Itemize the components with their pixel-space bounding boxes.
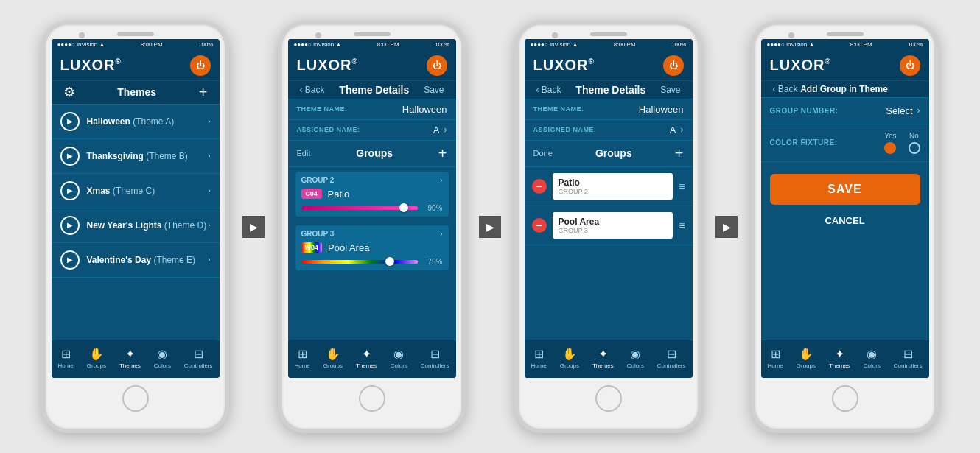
status-bar-4: ●●●●○ InVision ▲ 8:00 PM 100% — [761, 39, 929, 51]
nav-colors-2[interactable]: ◉Colors — [391, 347, 407, 369]
bottom-nav-4: ⊞Home ✋Groups ✦Themes ◉Colors ⊟Controlle… — [761, 340, 929, 378]
nav-groups-3[interactable]: ✋Groups — [560, 347, 579, 369]
back-button-3[interactable]: ‹ Back — [536, 85, 561, 95]
phone-camera-4 — [788, 32, 794, 38]
add-theme-button-1[interactable]: + — [199, 84, 208, 101]
theme-item-newyear[interactable]: ▶ New Year's Lights (Theme D) › — [52, 208, 220, 243]
home-button-3[interactable] — [595, 385, 622, 412]
group-primary-patio: Patio — [559, 178, 668, 188]
cancel-button-4[interactable]: CANCEL — [770, 211, 920, 231]
bottom-nav-2: ⊞Home ✋Groups ✦Themes ◉Colors ⊟Controlle… — [288, 340, 456, 378]
group-number-row[interactable]: GROUP NUMBER: Select › — [761, 98, 929, 124]
phone-top-1 — [46, 25, 225, 39]
nav-home-4[interactable]: ⊞Home — [767, 347, 783, 369]
save-button-3[interactable]: Save — [660, 85, 680, 95]
theme-item-xmas[interactable]: ▶ Xmas (Theme C) › — [52, 174, 220, 208]
status-bar-2: ●●●●○ InVision ▲ 8:00 PM 100% — [288, 39, 456, 51]
nav-colors-1[interactable]: ◉ Colors — [154, 347, 171, 369]
play-button-newyear[interactable]: ▶ — [60, 216, 80, 235]
nav-controllers-2[interactable]: ⊟Controllers — [421, 347, 449, 369]
home-button-4[interactable] — [832, 385, 858, 412]
group-chevron-2-2[interactable]: › — [440, 230, 442, 238]
home-button-2[interactable] — [359, 385, 385, 412]
nav-themes-3[interactable]: ✦Themes — [592, 347, 614, 369]
theme-item-thanksgiving[interactable]: ▶ Thanksgiving (Theme B) › — [52, 139, 220, 174]
reorder-icon-pool[interactable]: ≡ — [679, 220, 685, 231]
group-number-chevron: › — [917, 105, 920, 116]
assigned-name-field-2[interactable]: ASSIGNED NAME: A › — [288, 120, 456, 141]
nav-controllers-3[interactable]: ⊟Controllers — [657, 347, 686, 369]
chevron-icon-valentine: › — [208, 256, 210, 264]
back-button-4[interactable]: ‹ Back — [773, 84, 798, 94]
play-button-valentine[interactable]: ▶ — [60, 250, 80, 270]
delete-button-patio[interactable]: − — [532, 179, 547, 194]
theme-details-2: THEME NAME: Halloween ASSIGNED NAME: A ›… — [288, 99, 456, 340]
theme-item-halloween[interactable]: ▶ Halloween (Theme A) › — [52, 105, 220, 139]
group-number-label: GROUP NUMBER: — [770, 107, 839, 115]
app-logo-3: LUXOR® — [533, 57, 595, 74]
nav-groups-2[interactable]: ✋Groups — [323, 347, 343, 369]
save-button-4[interactable]: SAVE — [770, 174, 920, 205]
radio-no[interactable]: No — [909, 132, 920, 154]
save-button-2[interactable]: Save — [424, 85, 444, 95]
nav-themes-2[interactable]: ✦Themes — [356, 347, 377, 369]
play-button-xmas[interactable]: ▶ — [60, 181, 80, 200]
radio-no-circle[interactable] — [909, 142, 920, 154]
slider-track-2-2[interactable] — [301, 260, 418, 264]
slider-track-2-1[interactable] — [301, 206, 418, 210]
assigned-name-value-2: A › — [433, 124, 447, 136]
phone-3: ●●●●○ InVision ▲ 8:00 PM 100% LUXOR® ⏻ ‹… — [514, 21, 702, 433]
done-button-3[interactable]: Done — [533, 149, 553, 158]
delete-button-pool[interactable]: − — [532, 218, 547, 233]
nav-groups-4[interactable]: ✋Groups — [797, 347, 816, 369]
status-right-1: 100% — [198, 41, 213, 48]
phone-bottom-2 — [282, 378, 461, 418]
add-group-button-3[interactable]: + — [675, 145, 684, 162]
home-button-1[interactable] — [122, 385, 149, 412]
phone-top-2 — [282, 25, 461, 39]
phone-bottom-1 — [46, 378, 225, 418]
theme-name-label-2: THEME NAME: — [297, 105, 348, 113]
power-button-1[interactable]: ⏻ — [190, 55, 211, 76]
colors-icon-1: ◉ — [157, 347, 167, 361]
app-header-1: LUXOR® ⏻ — [52, 51, 220, 81]
play-button-thanksgiving[interactable]: ▶ — [60, 147, 80, 166]
power-button-4[interactable]: ⏻ — [900, 55, 920, 76]
edit-button-2[interactable]: Edit — [297, 149, 311, 158]
nav-controllers-4[interactable]: ⊟Controllers — [894, 347, 923, 369]
nav-themes-4[interactable]: ✦Themes — [829, 347, 850, 369]
phone-top-4 — [755, 25, 934, 39]
phone-1: ●●●●○ InVision ▲ 8:00 PM 100% LUXOR® ⏻ ⚙… — [41, 21, 229, 433]
nav-groups-1[interactable]: ✋ Groups — [87, 347, 106, 369]
bottom-nav-1: ⊞ Home ✋ Groups ✦ Themes ◉ Colors ⊟ Co — [52, 340, 220, 378]
battery-1: 100% — [198, 41, 213, 48]
add-group-button-2[interactable]: + — [438, 145, 447, 162]
group-chevron-2-1[interactable]: › — [440, 176, 442, 184]
assigned-name-value-3: A › — [670, 124, 684, 136]
back-button-2[interactable]: ‹ Back — [300, 85, 325, 95]
radio-yes[interactable]: Yes — [884, 132, 896, 154]
nav-themes-1[interactable]: ✦ Themes — [119, 347, 141, 369]
gear-icon-1[interactable]: ⚙ — [63, 84, 75, 100]
group-tag-2-2: GROUP 3 — [301, 230, 335, 238]
power-button-2[interactable]: ⏻ — [427, 55, 447, 76]
radio-yes-circle[interactable] — [884, 142, 896, 154]
assigned-name-field-3[interactable]: ASSIGNED NAME: A › — [525, 120, 693, 141]
nav-home-3[interactable]: ⊞Home — [531, 347, 546, 369]
color-fixture-label: COLOR FIXTURE: — [770, 138, 838, 147]
nav-controllers-1[interactable]: ⊟ Controllers — [184, 347, 213, 369]
status-left-1: ●●●●○ InVision ▲ — [57, 41, 105, 48]
phone-top-3 — [519, 25, 698, 39]
color-badge-2-1: C04 — [301, 189, 322, 199]
nav-home-2[interactable]: ⊞Home — [294, 347, 309, 369]
play-button-halloween[interactable]: ▶ — [60, 112, 80, 131]
nav-colors-3[interactable]: ◉Colors — [627, 347, 644, 369]
arrow-3: ▶ — [715, 216, 738, 238]
nav-home-1[interactable]: ⊞ Home — [57, 347, 73, 369]
status-bar-1: ●●●●○ InVision ▲ 8:00 PM 100% — [52, 39, 220, 51]
chevron-icon-newyear: › — [208, 221, 210, 229]
nav-colors-4[interactable]: ◉Colors — [864, 347, 881, 369]
power-button-3[interactable]: ⏻ — [663, 55, 684, 76]
theme-item-valentine[interactable]: ▶ Valentine's Day (Theme E) › — [52, 243, 220, 278]
reorder-icon-patio[interactable]: ≡ — [679, 180, 685, 192]
